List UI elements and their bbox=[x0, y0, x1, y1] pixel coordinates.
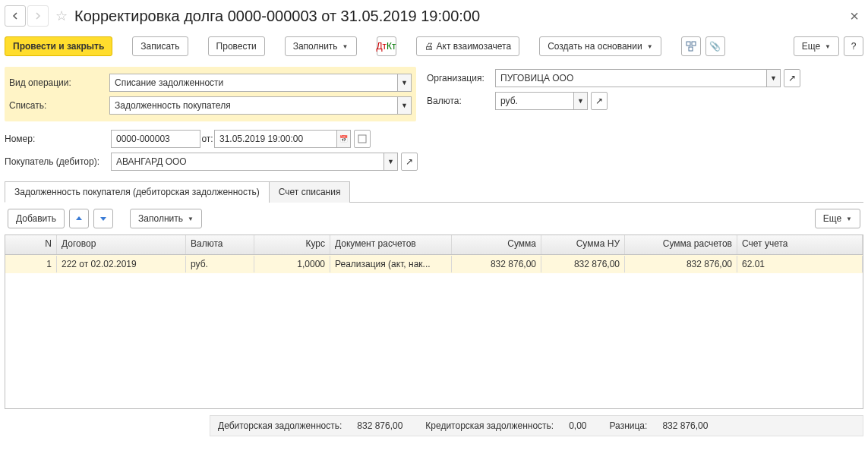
buyer-dropdown[interactable]: ▼ bbox=[384, 153, 398, 171]
print-icon: 🖨 bbox=[425, 41, 434, 52]
structure-button[interactable] bbox=[681, 36, 701, 56]
post-and-close-button[interactable]: Провести и закрыть bbox=[5, 36, 112, 56]
dtkt-button[interactable]: ДтКт bbox=[377, 36, 396, 56]
org-label: Организация: bbox=[427, 73, 495, 83]
favorite-star-icon[interactable]: ☆ bbox=[53, 8, 70, 24]
org-dropdown[interactable]: ▼ bbox=[767, 69, 781, 87]
tab-writeoff-account[interactable]: Счет списания bbox=[269, 181, 351, 203]
currency-dropdown[interactable]: ▼ bbox=[574, 92, 588, 110]
writeoff-label: Списать: bbox=[9, 100, 109, 111]
currency-input[interactable] bbox=[495, 92, 574, 110]
attach-button[interactable]: 📎 bbox=[705, 36, 725, 56]
create-based-button[interactable]: Создать на основании▼ bbox=[539, 36, 661, 56]
number-label: Номер: bbox=[5, 134, 111, 144]
buyer-open-button[interactable]: ↗ bbox=[401, 153, 418, 171]
move-down-button[interactable] bbox=[93, 209, 113, 228]
table-row[interactable]: 1 222 от 02.02.2019 руб. 1,0000 Реализац… bbox=[5, 255, 863, 273]
table-header: N Договор Валюта Курс Документ расчетов … bbox=[5, 235, 863, 255]
page-title: Корректировка долга 0000-000003 от 31.05… bbox=[74, 8, 480, 25]
help-button[interactable]: ? bbox=[844, 36, 863, 56]
svg-rect-2 bbox=[689, 47, 693, 51]
table-fill-button[interactable]: Заполнить▼ bbox=[130, 209, 202, 228]
date-extra-button[interactable] bbox=[354, 130, 371, 148]
date-input[interactable] bbox=[214, 130, 337, 148]
act-button[interactable]: 🖨Акт взаимозачета bbox=[416, 36, 520, 56]
svg-rect-1 bbox=[692, 42, 696, 46]
currency-label: Валюта: bbox=[427, 96, 495, 106]
number-input[interactable] bbox=[111, 130, 200, 148]
buyer-input[interactable] bbox=[111, 153, 384, 171]
svg-rect-0 bbox=[687, 42, 690, 46]
nav-forward-button[interactable] bbox=[27, 5, 49, 27]
nav-back-button[interactable] bbox=[5, 5, 26, 27]
buyer-label: Покупатель (дебитор): bbox=[5, 156, 111, 167]
op-type-dropdown[interactable]: ▼ bbox=[398, 74, 412, 92]
from-label: от: bbox=[200, 134, 214, 144]
writeoff-input[interactable] bbox=[109, 96, 398, 115]
org-input[interactable] bbox=[495, 69, 767, 87]
writeoff-dropdown[interactable]: ▼ bbox=[398, 96, 412, 115]
add-row-button[interactable]: Добавить bbox=[8, 209, 65, 228]
op-type-label: Вид операции: bbox=[9, 77, 109, 88]
move-up-button[interactable] bbox=[69, 209, 89, 228]
fill-button[interactable]: Заполнить▼ bbox=[285, 36, 357, 56]
currency-open-button[interactable]: ↗ bbox=[591, 92, 608, 110]
post-button[interactable]: Провести bbox=[208, 36, 265, 56]
write-button[interactable]: Записать bbox=[132, 36, 188, 56]
org-open-button[interactable]: ↗ bbox=[784, 69, 800, 87]
more-button[interactable]: Еще▼ bbox=[794, 36, 839, 56]
tab-debt[interactable]: Задолженность покупателя (дебиторская за… bbox=[5, 181, 270, 203]
totals-bar: Дебиторская задолженность:832 876,00 Кре… bbox=[210, 415, 863, 436]
date-picker-button[interactable]: 📅 bbox=[337, 130, 351, 148]
close-icon[interactable]: × bbox=[845, 8, 863, 25]
op-type-input[interactable] bbox=[109, 74, 398, 92]
table-more-button[interactable]: Еще▼ bbox=[815, 209, 860, 228]
svg-rect-3 bbox=[358, 135, 366, 143]
